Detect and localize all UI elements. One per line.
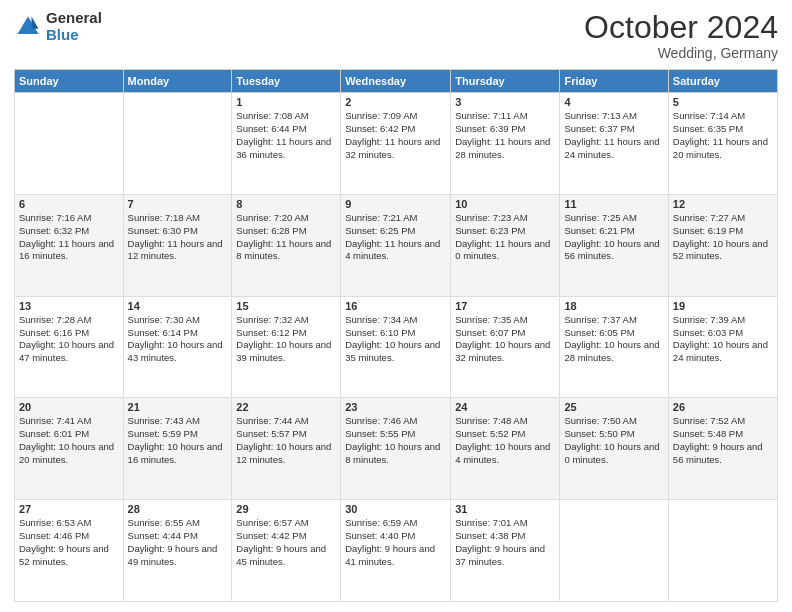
calendar-cell: 21Sunrise: 7:43 AM Sunset: 5:59 PM Dayli… (123, 398, 232, 500)
day-info: Sunrise: 6:59 AM Sunset: 4:40 PM Dayligh… (345, 517, 446, 568)
day-info: Sunrise: 7:39 AM Sunset: 6:03 PM Dayligh… (673, 314, 773, 365)
day-number: 26 (673, 401, 773, 413)
day-number: 13 (19, 300, 119, 312)
calendar-cell: 2Sunrise: 7:09 AM Sunset: 6:42 PM Daylig… (341, 93, 451, 195)
day-number: 17 (455, 300, 555, 312)
location: Wedding, Germany (584, 45, 778, 61)
day-info: Sunrise: 6:53 AM Sunset: 4:46 PM Dayligh… (19, 517, 119, 568)
day-info: Sunrise: 7:35 AM Sunset: 6:07 PM Dayligh… (455, 314, 555, 365)
day-number: 22 (236, 401, 336, 413)
calendar-cell: 24Sunrise: 7:48 AM Sunset: 5:52 PM Dayli… (451, 398, 560, 500)
calendar-cell: 1Sunrise: 7:08 AM Sunset: 6:44 PM Daylig… (232, 93, 341, 195)
day-info: Sunrise: 7:14 AM Sunset: 6:35 PM Dayligh… (673, 110, 773, 161)
calendar-cell (15, 93, 124, 195)
logo-general: General (46, 10, 102, 27)
calendar-cell: 18Sunrise: 7:37 AM Sunset: 6:05 PM Dayli… (560, 296, 668, 398)
calendar-week-row: 13Sunrise: 7:28 AM Sunset: 6:16 PM Dayli… (15, 296, 778, 398)
day-number: 20 (19, 401, 119, 413)
day-info: Sunrise: 7:30 AM Sunset: 6:14 PM Dayligh… (128, 314, 228, 365)
day-number: 28 (128, 503, 228, 515)
calendar-header-row: SundayMondayTuesdayWednesdayThursdayFrid… (15, 70, 778, 93)
day-number: 30 (345, 503, 446, 515)
day-number: 15 (236, 300, 336, 312)
day-info: Sunrise: 7:43 AM Sunset: 5:59 PM Dayligh… (128, 415, 228, 466)
day-number: 8 (236, 198, 336, 210)
day-info: Sunrise: 7:08 AM Sunset: 6:44 PM Dayligh… (236, 110, 336, 161)
day-of-week-header: Friday (560, 70, 668, 93)
calendar-cell: 7Sunrise: 7:18 AM Sunset: 6:30 PM Daylig… (123, 194, 232, 296)
day-of-week-header: Monday (123, 70, 232, 93)
calendar-cell: 12Sunrise: 7:27 AM Sunset: 6:19 PM Dayli… (668, 194, 777, 296)
calendar-cell: 20Sunrise: 7:41 AM Sunset: 6:01 PM Dayli… (15, 398, 124, 500)
calendar-week-row: 20Sunrise: 7:41 AM Sunset: 6:01 PM Dayli… (15, 398, 778, 500)
day-info: Sunrise: 7:46 AM Sunset: 5:55 PM Dayligh… (345, 415, 446, 466)
logo-text: General Blue (46, 10, 102, 43)
day-info: Sunrise: 7:52 AM Sunset: 5:48 PM Dayligh… (673, 415, 773, 466)
day-info: Sunrise: 7:48 AM Sunset: 5:52 PM Dayligh… (455, 415, 555, 466)
logo-icon (14, 13, 42, 41)
day-info: Sunrise: 7:34 AM Sunset: 6:10 PM Dayligh… (345, 314, 446, 365)
day-info: Sunrise: 7:13 AM Sunset: 6:37 PM Dayligh… (564, 110, 663, 161)
calendar-week-row: 6Sunrise: 7:16 AM Sunset: 6:32 PM Daylig… (15, 194, 778, 296)
calendar-cell: 17Sunrise: 7:35 AM Sunset: 6:07 PM Dayli… (451, 296, 560, 398)
svg-marker-1 (32, 16, 39, 28)
day-number: 27 (19, 503, 119, 515)
day-info: Sunrise: 7:20 AM Sunset: 6:28 PM Dayligh… (236, 212, 336, 263)
calendar-cell: 3Sunrise: 7:11 AM Sunset: 6:39 PM Daylig… (451, 93, 560, 195)
calendar-cell: 10Sunrise: 7:23 AM Sunset: 6:23 PM Dayli… (451, 194, 560, 296)
day-info: Sunrise: 7:28 AM Sunset: 6:16 PM Dayligh… (19, 314, 119, 365)
day-number: 19 (673, 300, 773, 312)
day-number: 23 (345, 401, 446, 413)
calendar-cell: 14Sunrise: 7:30 AM Sunset: 6:14 PM Dayli… (123, 296, 232, 398)
day-info: Sunrise: 6:55 AM Sunset: 4:44 PM Dayligh… (128, 517, 228, 568)
day-number: 14 (128, 300, 228, 312)
day-info: Sunrise: 7:37 AM Sunset: 6:05 PM Dayligh… (564, 314, 663, 365)
day-info: Sunrise: 7:16 AM Sunset: 6:32 PM Dayligh… (19, 212, 119, 263)
day-number: 1 (236, 96, 336, 108)
day-of-week-header: Sunday (15, 70, 124, 93)
day-info: Sunrise: 7:11 AM Sunset: 6:39 PM Dayligh… (455, 110, 555, 161)
calendar-cell: 4Sunrise: 7:13 AM Sunset: 6:37 PM Daylig… (560, 93, 668, 195)
day-number: 10 (455, 198, 555, 210)
calendar-cell (668, 500, 777, 602)
logo: General Blue (14, 10, 102, 43)
day-info: Sunrise: 7:09 AM Sunset: 6:42 PM Dayligh… (345, 110, 446, 161)
calendar-cell: 9Sunrise: 7:21 AM Sunset: 6:25 PM Daylig… (341, 194, 451, 296)
calendar-cell: 13Sunrise: 7:28 AM Sunset: 6:16 PM Dayli… (15, 296, 124, 398)
calendar-cell: 15Sunrise: 7:32 AM Sunset: 6:12 PM Dayli… (232, 296, 341, 398)
day-info: Sunrise: 7:25 AM Sunset: 6:21 PM Dayligh… (564, 212, 663, 263)
calendar-cell: 31Sunrise: 7:01 AM Sunset: 4:38 PM Dayli… (451, 500, 560, 602)
calendar-cell: 16Sunrise: 7:34 AM Sunset: 6:10 PM Dayli… (341, 296, 451, 398)
calendar: SundayMondayTuesdayWednesdayThursdayFrid… (14, 69, 778, 602)
page: General Blue October 2024 Wedding, Germa… (0, 0, 792, 612)
calendar-week-row: 27Sunrise: 6:53 AM Sunset: 4:46 PM Dayli… (15, 500, 778, 602)
calendar-cell: 23Sunrise: 7:46 AM Sunset: 5:55 PM Dayli… (341, 398, 451, 500)
calendar-week-row: 1Sunrise: 7:08 AM Sunset: 6:44 PM Daylig… (15, 93, 778, 195)
calendar-cell: 27Sunrise: 6:53 AM Sunset: 4:46 PM Dayli… (15, 500, 124, 602)
day-number: 6 (19, 198, 119, 210)
day-of-week-header: Thursday (451, 70, 560, 93)
header: General Blue October 2024 Wedding, Germa… (14, 10, 778, 61)
calendar-cell: 8Sunrise: 7:20 AM Sunset: 6:28 PM Daylig… (232, 194, 341, 296)
day-number: 21 (128, 401, 228, 413)
calendar-cell: 22Sunrise: 7:44 AM Sunset: 5:57 PM Dayli… (232, 398, 341, 500)
day-info: Sunrise: 7:18 AM Sunset: 6:30 PM Dayligh… (128, 212, 228, 263)
day-number: 7 (128, 198, 228, 210)
day-info: Sunrise: 7:23 AM Sunset: 6:23 PM Dayligh… (455, 212, 555, 263)
day-info: Sunrise: 6:57 AM Sunset: 4:42 PM Dayligh… (236, 517, 336, 568)
day-number: 5 (673, 96, 773, 108)
day-number: 2 (345, 96, 446, 108)
day-number: 16 (345, 300, 446, 312)
day-number: 29 (236, 503, 336, 515)
calendar-cell (123, 93, 232, 195)
header-right: October 2024 Wedding, Germany (584, 10, 778, 61)
calendar-cell (560, 500, 668, 602)
day-number: 3 (455, 96, 555, 108)
calendar-cell: 6Sunrise: 7:16 AM Sunset: 6:32 PM Daylig… (15, 194, 124, 296)
day-number: 18 (564, 300, 663, 312)
logo-blue: Blue (46, 27, 102, 44)
day-number: 25 (564, 401, 663, 413)
day-number: 12 (673, 198, 773, 210)
month-title: October 2024 (584, 10, 778, 45)
day-number: 4 (564, 96, 663, 108)
